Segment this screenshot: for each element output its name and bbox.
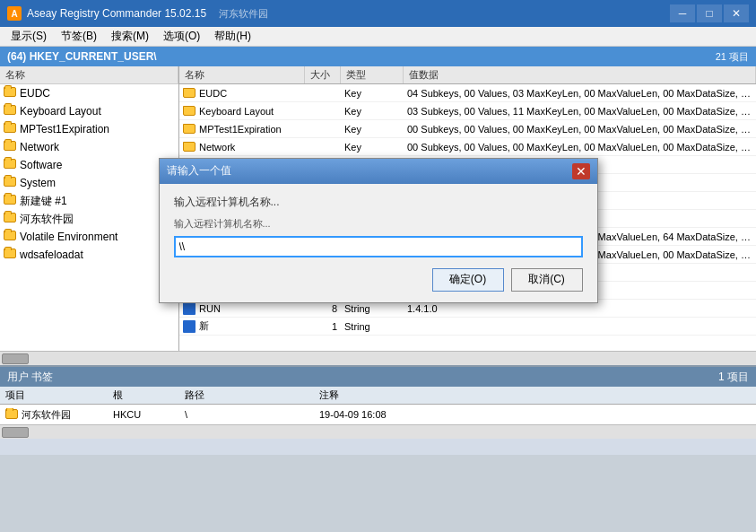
menu-bar: 显示(S) 节签(B) 搜索(M) 选项(O) 帮助(H) — [0, 27, 756, 47]
tree-item-label: 河东软件园 — [20, 212, 74, 227]
dialog-buttons: 确定(O) 取消(C) — [174, 268, 583, 292]
tree-item-newkey[interactable]: 新建键 #1 — [0, 192, 178, 210]
value-type: Key — [341, 106, 404, 117]
maximize-button[interactable]: □ — [697, 4, 722, 22]
tree-item-label: 新建键 #1 — [20, 194, 67, 209]
folder-icon — [4, 105, 18, 118]
folder-icon — [4, 141, 18, 153]
col-name: 名称 — [179, 66, 305, 83]
tree-item-software[interactable]: Software — [0, 156, 178, 174]
tree-item-label: wdsafeloadat — [20, 249, 83, 261]
bottom-col-item: 项目 — [0, 388, 108, 402]
value-name: EUDC — [199, 88, 227, 99]
bottom-col-header: 项目 根 路径 注释 — [0, 387, 756, 405]
address-count: 21 项目 — [716, 50, 749, 64]
dialog-sublabel: 输入远程计算机名称... — [174, 217, 583, 231]
menu-options[interactable]: 选项(O) — [156, 27, 207, 46]
folder-icon — [4, 231, 18, 243]
title-bar-left: A Aseay Registry Commander 15.02.15 河东软件… — [7, 6, 268, 21]
bottom-scroll-thumb[interactable] — [2, 427, 29, 438]
value-size: 1 — [305, 321, 341, 332]
value-row[interactable]: EUDC Key 04 Subkeys, 00 Values, 03 MaxKe… — [179, 84, 756, 102]
dialog: 请输入一个值 ✕ 输入远程计算机名称... 输入远程计算机名称... 确定(O)… — [159, 158, 598, 303]
col-type: 类型 — [341, 66, 404, 83]
bookmark-folder-icon — [5, 409, 18, 421]
bookmark-note: 19-04-09 16:08 — [314, 409, 756, 420]
tree-item-label: Keyboard Layout — [20, 105, 101, 118]
bookmark-path: \ — [179, 409, 314, 420]
close-button[interactable]: ✕ — [724, 4, 749, 22]
tree-item-network[interactable]: Network — [0, 138, 178, 156]
tree-item-hedong[interactable]: 河东软件园 — [0, 210, 178, 228]
value-type: Key — [341, 124, 404, 135]
bottom-scrollbar[interactable] — [0, 424, 756, 439]
bottom-col-path: 路径 — [179, 388, 314, 402]
bottom-col-root: 根 — [108, 388, 179, 402]
tree-item-system[interactable]: System — [0, 174, 178, 192]
tree-item-keyboard[interactable]: Keyboard Layout — [0, 102, 178, 120]
dialog-close-button[interactable]: ✕ — [572, 163, 590, 179]
tree-item-label: Network — [20, 141, 59, 153]
dialog-body: 输入远程计算机名称... 输入远程计算机名称... 确定(O) 取消(C) — [160, 184, 597, 302]
scroll-thumb[interactable] — [2, 353, 29, 364]
bookmark-item-label: 河东软件园 — [22, 408, 71, 422]
tree-item-eudc[interactable]: EUDC — [0, 84, 178, 102]
value-name: Network — [199, 142, 235, 153]
menu-bookmarks[interactable]: 节签(B) — [54, 27, 104, 46]
folder-icon — [4, 159, 18, 171]
dialog-title: 请输入一个值 — [167, 163, 231, 179]
tree-item-mptest[interactable]: MPTest1Expiration — [0, 120, 178, 138]
value-row[interactable]: MPTest1Expiration Key 00 Subkeys, 00 Val… — [179, 120, 756, 138]
address-path: (64) HKEY_CURRENT_USER\ — [7, 50, 157, 63]
dialog-ok-button[interactable]: 确定(O) — [432, 268, 504, 292]
value-name: RUN — [199, 303, 221, 314]
col-size: 大小 — [305, 66, 341, 83]
value-data: 04 Subkeys, 00 Values, 03 MaxKeyLen, 00 … — [404, 88, 756, 99]
value-name: Keyboard Layout — [199, 106, 274, 117]
minimize-button[interactable]: ─ — [670, 4, 695, 22]
folder-icon — [4, 195, 18, 207]
value-row[interactable]: Network Key 00 Subkeys, 00 Values, 00 Ma… — [179, 138, 756, 156]
value-name: MPTest1Expiration — [199, 124, 282, 135]
folder-icon — [4, 213, 18, 225]
folder-icon — [4, 177, 18, 189]
address-bar: (64) HKEY_CURRENT_USER\ 21 项目 — [0, 47, 756, 66]
bookmark-item: 河东软件园 — [0, 408, 108, 422]
value-data: 03 Subkeys, 00 Values, 11 MaxKeyLen, 00 … — [404, 106, 756, 117]
value-data: 00 Subkeys, 00 Values, 00 MaxKeyLen, 00 … — [404, 142, 756, 153]
dialog-title-bar: 请输入一个值 ✕ — [160, 159, 597, 184]
tree-item-label: Volatile Environment — [20, 231, 117, 243]
bookmark-row[interactable]: 河东软件园 HKCU \ 19-04-09 16:08 — [0, 405, 756, 424]
tree-item-label: Software — [20, 159, 62, 171]
window-title: Aseay Registry Commander 15.02.15 — [27, 7, 206, 20]
menu-help[interactable]: 帮助(H) — [207, 27, 258, 46]
folder-icon — [4, 123, 18, 135]
dialog-input[interactable] — [174, 236, 583, 257]
value-row[interactable]: Keyboard Layout Key 03 Subkeys, 00 Value… — [179, 102, 756, 120]
bottom-col-note: 注释 — [314, 388, 756, 402]
main-scrollbar[interactable] — [0, 351, 756, 365]
value-type: Key — [341, 88, 404, 99]
tree-item-volatile[interactable]: Volatile Environment — [0, 228, 178, 246]
value-type: Key — [341, 142, 404, 153]
dialog-label: 输入远程计算机名称... — [174, 195, 583, 210]
value-row[interactable]: 新 1 String — [179, 318, 756, 336]
value-name: 新 — [199, 319, 209, 333]
value-data: 1.4.1.0 — [404, 303, 756, 314]
col-data: 值数据 — [404, 66, 756, 83]
name-col-header: 名称 — [0, 66, 178, 83]
bottom-title: 用户 书签 — [7, 370, 53, 385]
window-controls: ─ □ ✕ — [670, 4, 749, 22]
menu-display[interactable]: 显示(S) — [4, 27, 54, 46]
tree-item-wdsafe[interactable]: wdsafeloadat — [0, 246, 178, 264]
folder-icon — [4, 87, 18, 100]
bottom-panel: 用户 书签 1 项目 项目 根 路径 注释 河东软件园 HKCU \ 19-04… — [0, 365, 756, 455]
value-type: String — [341, 321, 404, 332]
bottom-count: 1 项目 — [718, 370, 749, 385]
dialog-cancel-button[interactable]: 取消(C) — [511, 268, 583, 292]
menu-search[interactable]: 搜索(M) — [104, 27, 156, 46]
left-col-header: 名称 — [0, 66, 178, 84]
watermark-text: 河东软件园 — [219, 7, 268, 21]
folder-icon — [4, 249, 18, 261]
right-col-header: 名称 大小 类型 值数据 — [179, 66, 756, 84]
